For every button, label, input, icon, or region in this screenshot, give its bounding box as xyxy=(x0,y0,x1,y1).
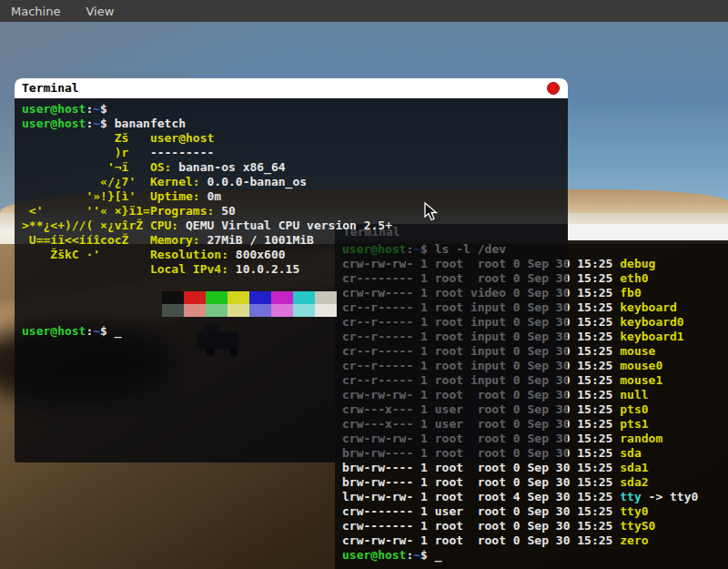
file-name: mouse1 xyxy=(620,373,662,387)
fetch-value: user@host xyxy=(150,131,214,145)
ls-row: lrw-rw-rw- 1 root root 4 Sep 30 15:25 tt… xyxy=(342,490,728,504)
ls-row: brw-rw---- 1 root root 0 Sep 30 15:25 sd… xyxy=(342,475,728,490)
terminal-prompt-line: user@host:~$ xyxy=(22,102,568,117)
fetch-line: >**¿<+)//( ×¿vîrŽ CPU: QEMU Virtual CPU … xyxy=(22,218,568,233)
file-name: null xyxy=(620,388,648,401)
file-name: eth0 xyxy=(620,271,648,285)
file-meta: brw-rw---- 1 root root 0 Sep 30 15:25 xyxy=(342,461,620,474)
fetch-value: 50 xyxy=(221,204,236,218)
desktop: { "menu_bar": { "items": [ {"label": "Ma… xyxy=(0,0,728,569)
file-name: pts0 xyxy=(620,402,648,416)
fetch-value: 0m xyxy=(207,189,222,203)
palette-swatch xyxy=(315,304,337,317)
fetch-value: QEMU Virtual CPU version 2.5+ xyxy=(186,218,392,232)
blank-line xyxy=(22,277,568,291)
palette-swatch xyxy=(162,304,184,317)
fetch-line: '»!}[ì' Uptime: 0m xyxy=(22,189,568,204)
mouse-pointer-icon xyxy=(424,202,439,222)
file-name: zero xyxy=(620,533,648,547)
ascii-art: «/¿7' xyxy=(22,175,150,188)
terminal-window-bananfetch[interactable]: Terminal user@host:~$ user@host:~$ banan… xyxy=(15,78,568,462)
fetch-value: 0.0.0-banan_os xyxy=(207,175,308,188)
fetch-value: 10.0.2.15 xyxy=(236,262,299,276)
fetch-value: --------- xyxy=(150,146,214,159)
file-name: random xyxy=(620,432,662,445)
fetch-line: )r --------- xyxy=(22,146,568,160)
file-name: keyboard0 xyxy=(620,315,683,329)
file-name: sda2 xyxy=(620,475,648,489)
file-name: sda1 xyxy=(620,461,648,474)
palette-swatch xyxy=(228,304,249,317)
palette-swatch xyxy=(184,304,206,317)
file-name: keyboard1 xyxy=(620,330,683,343)
palette-swatch xyxy=(206,291,228,304)
ascii-art: Zš xyxy=(22,131,150,145)
fetch-label: Kernel: xyxy=(150,175,207,188)
ls-row: crw-rw-rw- 1 root root 0 Sep 30 15:25 ze… xyxy=(342,533,728,548)
terminal1-content[interactable]: user@host:~$ user@host:~$ bananfetch Zš … xyxy=(15,98,568,462)
ls-row: crw------- 1 root root 0 Sep 30 15:25 tt… xyxy=(342,519,728,533)
file-name: tty0 xyxy=(620,504,648,518)
file-meta: crw------- 1 user root 0 Sep 30 15:25 xyxy=(342,504,620,518)
menu-machine[interactable]: Machine xyxy=(11,5,60,18)
file-name: mouse0 xyxy=(620,359,662,372)
file-name: ttyS0 xyxy=(620,519,655,533)
terminal1-title: Terminal xyxy=(22,78,79,98)
ls-row: crw------- 1 user root 0 Sep 30 15:25 tt… xyxy=(342,504,728,519)
fetch-label: CPU: xyxy=(150,218,186,232)
file-name: keyboard xyxy=(620,300,677,314)
menu-view[interactable]: View xyxy=(86,5,114,18)
palette-swatch xyxy=(162,291,184,304)
palette-swatch xyxy=(293,291,315,304)
terminal-prompt-line: user@host:~$ _ xyxy=(342,548,728,563)
text-cursor: _ xyxy=(435,548,442,562)
palette-swatch xyxy=(271,291,293,304)
file-name: tty xyxy=(620,490,641,503)
color-palette-row-bright xyxy=(162,304,568,317)
palette-swatch xyxy=(271,304,293,317)
vm-menu-bar: Machine View xyxy=(0,0,728,22)
close-button[interactable] xyxy=(547,82,560,95)
color-palette-row-normal xyxy=(162,291,568,304)
fetch-line: ŽškC ·' Resolution: 800x600 xyxy=(22,248,568,262)
fetch-label: Resolution: xyxy=(150,248,236,261)
text-cursor: _ xyxy=(115,324,122,338)
ascii-art: <' ''« ×}ï1= xyxy=(22,204,150,218)
palette-swatch xyxy=(249,304,271,317)
symlink-target: -> tty0 xyxy=(642,490,699,503)
ascii-art: ŽškC ·' xyxy=(22,248,150,261)
file-name: pts1 xyxy=(620,417,648,431)
fetch-line: «/¿7' Kernel: 0.0.0-banan_os xyxy=(22,175,568,189)
fetch-value: 800x600 xyxy=(236,248,286,261)
fetch-value: 27MiB / 1001MiB xyxy=(207,233,314,247)
ascii-art: '»!}[ì' xyxy=(22,189,150,203)
command-text: bananfetch xyxy=(115,117,186,130)
fetch-line: U==íï<<ííîcocŽ Memory: 27MiB / 1001MiB xyxy=(22,233,568,248)
blank-line xyxy=(22,317,568,324)
ascii-art: '¬ï xyxy=(22,160,150,174)
file-name: fb0 xyxy=(620,286,641,300)
fetch-label: Local IPv4: xyxy=(150,262,236,276)
ls-row: brw-rw---- 1 root root 0 Sep 30 15:25 sd… xyxy=(342,461,728,475)
terminal1-title-bar[interactable]: Terminal xyxy=(15,78,568,98)
file-meta: lrw-rw-rw- 1 root root 4 Sep 30 15:25 xyxy=(342,490,620,503)
ascii-art: U==íï<<ííîcocŽ xyxy=(22,233,150,247)
fetch-line: <' ''« ×}ï1=Programs: 50 xyxy=(22,204,568,218)
file-name: debug xyxy=(620,257,655,270)
file-name: sda xyxy=(620,446,641,460)
palette-swatch xyxy=(184,291,206,304)
terminal-prompt-line: user@host:~$ _ xyxy=(22,324,568,339)
file-meta: crw-rw-rw- 1 root root 0 Sep 30 15:25 xyxy=(342,533,620,547)
file-meta: crw------- 1 root root 0 Sep 30 15:25 xyxy=(342,519,620,533)
ascii-art: >**¿<+)//( ×¿vîrŽ xyxy=(22,218,150,232)
fetch-output: Zš user@host )r --------- '¬ï OS: banan-… xyxy=(22,131,568,277)
ascii-art xyxy=(22,262,150,276)
fetch-line: '¬ï OS: banan-os x86_64 xyxy=(22,160,568,175)
file-meta: brw-rw---- 1 root root 0 Sep 30 15:25 xyxy=(342,475,620,489)
fetch-label: OS: xyxy=(150,160,178,174)
palette-swatch xyxy=(315,291,337,304)
fetch-line: Local IPv4: 10.0.2.15 xyxy=(22,262,568,277)
fetch-label: Uptime: xyxy=(150,189,207,203)
ascii-art: )r xyxy=(22,146,150,159)
palette-swatch xyxy=(249,291,271,304)
